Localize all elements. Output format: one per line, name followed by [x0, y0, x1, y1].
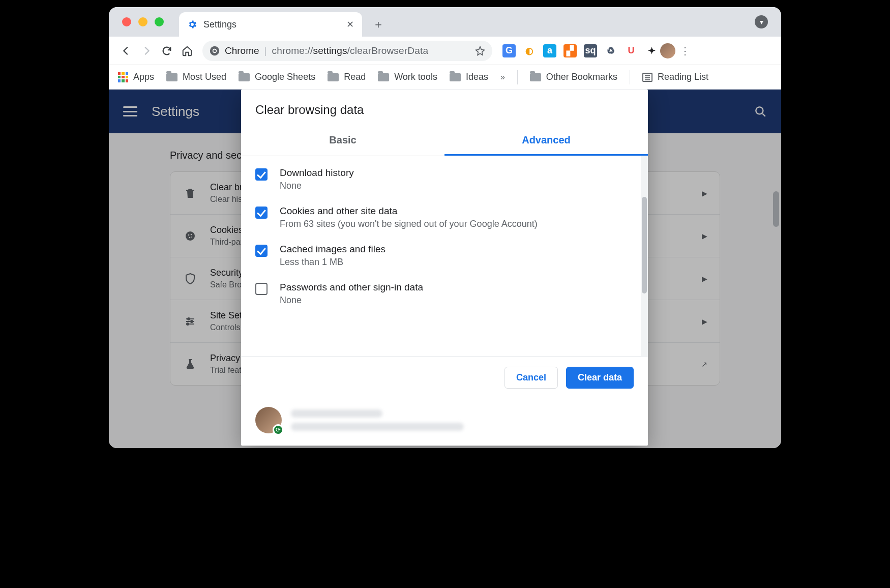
clear-data-option[interactable]: Cached images and filesLess than 1 MB	[241, 237, 648, 275]
bookmarks-overflow-button[interactable]: »	[500, 73, 505, 82]
option-title: Download history	[280, 167, 354, 179]
sync-badge-icon: ⟳	[273, 424, 284, 435]
dialog-list[interactable]: Download historyNoneCookies and other si…	[241, 156, 648, 356]
checkbox[interactable]	[255, 283, 268, 295]
bookmark-folder[interactable]: Most Used	[166, 72, 226, 82]
analytics-icon[interactable]: ▞	[563, 44, 577, 57]
tab-advanced[interactable]: Advanced	[444, 126, 648, 156]
bookmark-folder[interactable]: Work tools	[378, 72, 437, 82]
bookmark-label: Google Sheets	[255, 72, 315, 82]
close-window-button[interactable]	[122, 17, 131, 26]
option-title: Passwords and other sign-in data	[280, 282, 423, 293]
reading-list-button[interactable]: Reading List	[642, 72, 708, 82]
dialog-scrollbar[interactable]	[641, 156, 648, 356]
dialog-scrollbar-thumb[interactable]	[642, 197, 647, 293]
window-titlebar: Settings ✕ ＋ ▾	[109, 7, 781, 37]
similarweb-icon[interactable]: ◐	[523, 44, 536, 57]
apps-grid-icon	[118, 72, 128, 82]
soundcloud-icon[interactable]: sq	[584, 44, 597, 57]
ublock-icon[interactable]: U	[625, 44, 638, 57]
redacted-name	[291, 409, 382, 418]
option-title: Cookies and other site data	[280, 205, 538, 217]
bookmark-label: Read	[344, 72, 366, 82]
apps-label: Apps	[133, 72, 154, 82]
translate-icon[interactable]: G	[502, 44, 516, 57]
clear-data-button[interactable]: Clear data	[566, 367, 634, 389]
chrome-logo-icon	[210, 46, 220, 56]
apps-shortcut[interactable]: Apps	[118, 72, 154, 82]
other-bookmarks-label: Other Bookmarks	[546, 72, 617, 82]
bookmark-folder[interactable]: Ideas	[450, 72, 488, 82]
extension-row: G◐a▞sq♻U✦	[502, 44, 658, 57]
close-tab-button[interactable]: ✕	[346, 19, 354, 30]
dialog-footer: ⟳	[241, 399, 648, 446]
folder-icon	[450, 73, 461, 81]
traffic-lights	[122, 17, 164, 26]
clear-browsing-data-dialog: Clear browsing data Basic Advanced Downl…	[241, 90, 648, 446]
option-subtitle: Less than 1 MB	[280, 257, 385, 268]
profile-avatar-button[interactable]	[660, 43, 675, 58]
checkbox[interactable]	[255, 168, 268, 181]
browser-toolbar: Chrome | chrome://settings/clearBrowserD…	[109, 37, 781, 65]
dialog-actions: Cancel Clear data	[241, 356, 648, 399]
omnibox-separator: |	[264, 45, 267, 56]
clear-data-option[interactable]: Download historyNone	[241, 160, 648, 198]
minimize-window-button[interactable]	[138, 17, 147, 26]
omnibox-label: Chrome	[225, 45, 259, 56]
folder-icon	[530, 73, 541, 81]
bookmark-label: Ideas	[466, 72, 488, 82]
clear-data-option[interactable]: Cookies and other site dataFrom 63 sites…	[241, 198, 648, 237]
tab-title: Settings	[203, 19, 340, 30]
browser-tab[interactable]: Settings ✕	[179, 12, 362, 37]
svg-point-2	[214, 49, 216, 52]
folder-icon	[239, 73, 250, 81]
dialog-tabs: Basic Advanced	[241, 126, 648, 156]
puzzle-icon[interactable]: ✦	[645, 44, 658, 57]
reading-list-label: Reading List	[658, 72, 708, 82]
back-button[interactable]	[117, 42, 135, 60]
checkbox[interactable]	[255, 207, 268, 219]
recycle-icon[interactable]: ♻	[604, 44, 617, 57]
profile-avatar: ⟳	[255, 407, 282, 433]
tab-basic[interactable]: Basic	[241, 126, 444, 156]
option-subtitle: None	[280, 181, 354, 191]
omnibox-url: chrome://settings/clearBrowserData	[272, 45, 429, 56]
maximize-window-button[interactable]	[155, 17, 164, 26]
chrome-menu-button[interactable]: ⋮	[677, 45, 693, 57]
clear-data-option[interactable]: Passwords and other sign-in dataNone	[241, 275, 648, 313]
divider	[517, 70, 518, 84]
gear-icon	[187, 19, 197, 30]
divider	[630, 70, 630, 84]
home-button[interactable]	[178, 42, 196, 60]
bookmark-folder[interactable]: Read	[328, 72, 366, 82]
tab-search-button[interactable]: ▾	[755, 15, 768, 28]
other-bookmarks-folder[interactable]: Other Bookmarks	[530, 72, 617, 82]
address-bar[interactable]: Chrome | chrome://settings/clearBrowserD…	[202, 41, 492, 61]
checkbox[interactable]	[255, 245, 268, 257]
bookmark-star-button[interactable]	[475, 46, 485, 56]
reading-list-icon	[642, 73, 652, 82]
new-tab-button[interactable]: ＋	[368, 14, 389, 35]
bookmark-folder[interactable]: Google Sheets	[239, 72, 315, 82]
bookmark-label: Most Used	[183, 72, 226, 82]
bookmarks-bar: Apps Most UsedGoogle SheetsReadWork tool…	[109, 65, 781, 90]
reload-button[interactable]	[158, 42, 176, 60]
folder-icon	[166, 73, 177, 81]
amazon-icon[interactable]: a	[543, 44, 556, 57]
redacted-email	[291, 423, 464, 431]
folder-icon	[378, 73, 389, 81]
dialog-title: Clear browsing data	[241, 90, 648, 126]
option-subtitle: From 63 sites (you won't be signed out o…	[280, 219, 538, 229]
forward-button[interactable]	[137, 42, 156, 60]
bookmark-label: Work tools	[394, 72, 437, 82]
option-subtitle: None	[280, 295, 423, 306]
cancel-button[interactable]: Cancel	[505, 367, 558, 389]
option-title: Cached images and files	[280, 244, 385, 255]
folder-icon	[328, 73, 339, 81]
